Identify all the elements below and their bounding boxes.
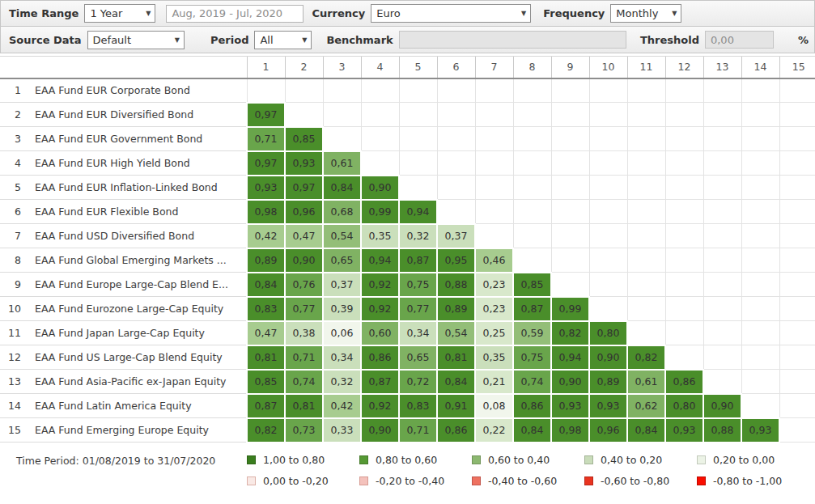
column-header: 3	[323, 57, 361, 78]
correlation-cell: 0,08	[475, 394, 513, 418]
row-number: 8	[0, 248, 24, 273]
correlation-cell: 0,34	[323, 345, 361, 370]
empty-cell	[589, 224, 627, 248]
empty-cell	[513, 103, 551, 127]
empty-cell	[361, 127, 399, 151]
legend-swatch-icon	[247, 476, 256, 485]
empty-cell	[665, 103, 703, 127]
correlation-cell: 0,93	[589, 394, 627, 418]
date-range-input[interactable]	[166, 5, 304, 23]
matrix-header-corner	[0, 57, 247, 78]
empty-cell	[665, 297, 703, 321]
benchmark-input[interactable]	[399, 31, 626, 49]
correlation-cell: 0,81	[247, 345, 285, 370]
currency-label: Currency	[312, 7, 365, 19]
empty-cell	[665, 127, 703, 151]
fund-name: EAA Fund EUR Corporate Bond	[24, 78, 247, 103]
time-range-select[interactable]: 1 Year ▼	[84, 4, 155, 23]
empty-cell	[703, 176, 741, 200]
empty-cell	[513, 176, 551, 200]
empty-cell	[551, 273, 589, 297]
source-data-label: Source Data	[9, 34, 82, 46]
frequency-select[interactable]: Monthly ▼	[610, 4, 681, 23]
threshold-label: Threshold	[640, 34, 699, 46]
period-select[interactable]: All ▼	[254, 31, 312, 49]
currency-select[interactable]: Euro ▼	[371, 4, 531, 23]
matrix-row: 7EAA Fund USD Diversified Bond0,420,470,…	[0, 224, 815, 248]
empty-cell	[741, 176, 779, 200]
correlation-cell: 0,99	[551, 297, 589, 321]
column-header: 5	[399, 57, 437, 78]
matrix-footer: Time Period: 01/08/2019 to 31/07/2020 1,…	[0, 454, 815, 496]
empty-cell	[475, 127, 513, 151]
correlation-cell: 0,38	[285, 321, 323, 345]
row-number: 2	[0, 103, 24, 127]
empty-cell	[779, 273, 815, 297]
legend-item: 0,20 to 0,00	[697, 454, 809, 466]
fund-name: EAA Fund EUR High Yield Bond	[24, 151, 247, 176]
threshold-input[interactable]	[705, 31, 774, 49]
legend-item: 1,00 to 0,80	[247, 454, 359, 466]
empty-cell	[627, 224, 665, 248]
correlation-cell: 0,92	[361, 273, 399, 297]
row-number: 11	[0, 321, 24, 345]
correlation-cell: 0,93	[741, 418, 779, 443]
empty-cell	[665, 321, 703, 345]
empty-cell	[779, 394, 815, 418]
column-header: 11	[627, 57, 665, 78]
row-number: 15	[0, 418, 24, 443]
empty-cell	[513, 200, 551, 224]
legend-swatch-icon	[359, 476, 368, 485]
legend-item: -0,80 to -1,00	[697, 475, 809, 487]
legend-swatch-icon	[359, 455, 368, 464]
correlation-cell: 0,94	[399, 200, 437, 224]
legend-item: -0,40 to -0,60	[472, 475, 584, 487]
matrix-row: 1EAA Fund EUR Corporate Bond	[0, 78, 815, 103]
row-number: 14	[0, 394, 24, 418]
empty-cell	[665, 248, 703, 273]
empty-cell	[665, 200, 703, 224]
correlation-cell: 0,96	[285, 200, 323, 224]
time-range-label: Time Range	[9, 7, 79, 19]
column-header: 9	[551, 57, 589, 78]
empty-cell	[703, 370, 741, 394]
fund-name: EAA Fund EUR Diversified Bond	[24, 103, 247, 127]
legend-item: 0,80 to 0,60	[359, 454, 472, 466]
column-header: 7	[475, 57, 513, 78]
correlation-cell: 0,71	[247, 127, 285, 151]
correlation-cell: 0,87	[247, 394, 285, 418]
correlation-cell: 0,32	[323, 370, 361, 394]
source-data-select[interactable]: Default ▼	[87, 31, 185, 49]
correlation-cell: 0,77	[285, 297, 323, 321]
column-header: 1	[247, 57, 285, 78]
empty-cell	[247, 78, 285, 103]
correlation-cell: 0,37	[437, 224, 475, 248]
empty-cell	[779, 297, 815, 321]
period-value: All	[260, 34, 273, 46]
correlation-cell: 0,42	[247, 224, 285, 248]
empty-cell	[513, 224, 551, 248]
matrix-row: 6EAA Fund EUR Flexible Bond0,980,960,680…	[0, 200, 815, 224]
legend-item: -0,60 to -0,80	[584, 475, 697, 487]
empty-cell	[627, 127, 665, 151]
empty-cell	[627, 176, 665, 200]
empty-cell	[589, 176, 627, 200]
correlation-cell: 0,81	[437, 345, 475, 370]
row-number: 7	[0, 224, 24, 248]
legend-label: 0,00 to -0,20	[263, 475, 329, 487]
empty-cell	[551, 248, 589, 273]
legend-swatch-icon	[247, 455, 256, 464]
empty-cell	[589, 273, 627, 297]
row-number: 9	[0, 273, 24, 297]
chevron-down-icon: ▼	[146, 10, 151, 17]
correlation-cell: 0,82	[551, 321, 589, 345]
empty-cell	[627, 248, 665, 273]
fund-name: EAA Fund EUR Government Bond	[24, 127, 247, 151]
empty-cell	[475, 78, 513, 103]
correlation-cell: 0,54	[437, 321, 475, 345]
correlation-cell: 0,89	[437, 297, 475, 321]
fund-name: EAA Fund Emerging Europe Equity	[24, 418, 247, 443]
empty-cell	[475, 103, 513, 127]
correlation-cell: 0,21	[475, 370, 513, 394]
correlation-cell: 0,23	[475, 273, 513, 297]
